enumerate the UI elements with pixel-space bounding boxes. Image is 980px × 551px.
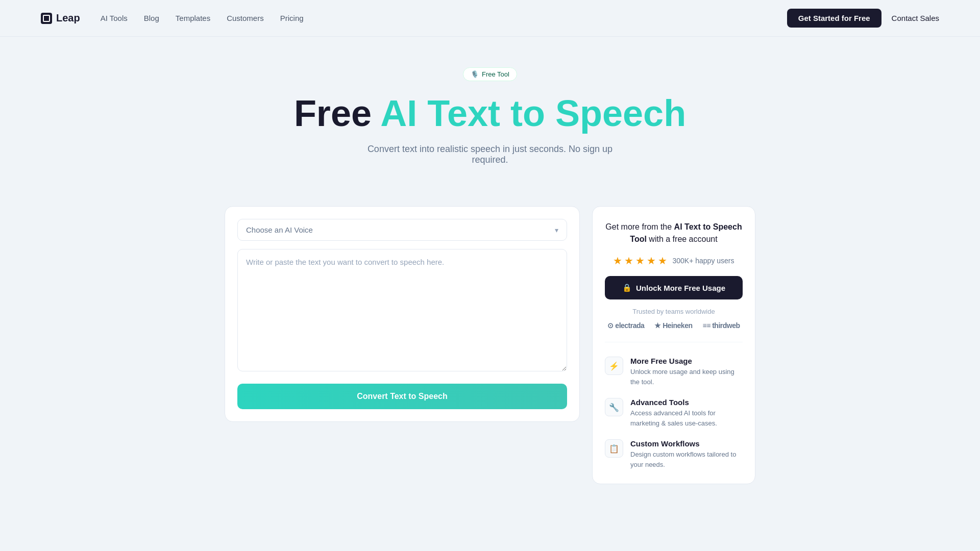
badge-text: Free Tool: [482, 70, 509, 78]
get-started-button[interactable]: Get Started for Free: [787, 9, 881, 28]
feature-desc-2: Design custom workflows tailored to your…: [630, 449, 743, 469]
chevron-down-icon: ▾: [555, 226, 558, 234]
navbar: Leap AI ToolsBlogTemplatesCustomersPrici…: [0, 0, 980, 37]
contact-sales-button[interactable]: Contact Sales: [892, 14, 939, 22]
logo-icon: [41, 13, 52, 24]
feature-item-1: 🔧 Advanced Tools Access advanced AI tool…: [605, 398, 743, 428]
star-rating: ★ ★ ★ ★ ★ 300K+ happy users: [605, 255, 743, 267]
star-4: ★: [647, 255, 656, 267]
hero-title: Free AI Text to Speech: [10, 93, 970, 134]
brand-thirdweb: ≡≡ thirdweb: [702, 321, 740, 330]
feature-item-0: ⚡ More Free Usage Unlock more usage and …: [605, 357, 743, 387]
brand-electrada: ⊙ electrada: [607, 321, 644, 330]
hero-section: 🎙️ Free Tool Free AI Text to Speech Conv…: [0, 37, 980, 186]
feature-item-2: 📋 Custom Workflows Design custom workflo…: [605, 439, 743, 469]
upsell-title: Get more from the AI Text to Speech Tool…: [605, 221, 743, 245]
hero-subtitle: Convert text into realistic speech in ju…: [362, 144, 618, 165]
star-2: ★: [624, 255, 633, 267]
star-1: ★: [613, 255, 622, 267]
navbar-right: Get Started for Free Contact Sales: [787, 9, 939, 28]
feature-icon-2: 📋: [605, 439, 623, 458]
star-3: ★: [635, 255, 645, 267]
feature-icon-1: 🔧: [605, 398, 623, 416]
unlock-button[interactable]: 🔒 Unlock More Free Usage: [605, 276, 743, 299]
nav-item-ai-tools[interactable]: AI Tools: [101, 14, 128, 22]
brand-logos: ⊙ electrada★ Heineken≡≡ thirdweb: [605, 321, 743, 342]
main-content: Choose an AI Voice ▾ Convert Text to Spe…: [214, 206, 766, 484]
text-input[interactable]: [237, 249, 567, 371]
nav-item-templates[interactable]: Templates: [176, 14, 210, 22]
navbar-left: Leap AI ToolsBlogTemplatesCustomersPrici…: [41, 12, 304, 24]
feature-desc-1: Access advanced AI tools for marketing &…: [630, 408, 743, 428]
voice-select-label: Choose an AI Voice: [246, 226, 313, 234]
nav-links: AI ToolsBlogTemplatesCustomersPricing: [101, 14, 304, 22]
logo[interactable]: Leap: [41, 12, 80, 24]
feature-title-1: Advanced Tools: [630, 398, 743, 407]
logo-text: Leap: [56, 12, 80, 24]
tool-panel: Choose an AI Voice ▾ Convert Text to Spe…: [225, 206, 580, 422]
badge-icon: 🎙️: [471, 70, 479, 78]
feature-icon-0: ⚡: [605, 357, 623, 375]
feature-desc-0: Unlock more usage and keep using the too…: [630, 367, 743, 387]
lock-icon: 🔒: [622, 283, 632, 292]
feature-title-0: More Free Usage: [630, 357, 743, 365]
feature-title-2: Custom Workflows: [630, 439, 743, 448]
unlock-label: Unlock More Free Usage: [636, 284, 725, 292]
hero-title-teal: AI Text to Speech: [380, 93, 686, 134]
nav-item-blog[interactable]: Blog: [144, 14, 159, 22]
hero-title-black: Free: [294, 93, 372, 134]
trusted-label: Trusted by teams worldwide: [605, 308, 743, 315]
convert-button[interactable]: Convert Text to Speech: [237, 384, 567, 409]
star-5: ★: [658, 255, 667, 267]
voice-select-dropdown[interactable]: Choose an AI Voice ▾: [237, 219, 567, 241]
nav-item-pricing[interactable]: Pricing: [280, 14, 304, 22]
features-list: ⚡ More Free Usage Unlock more usage and …: [605, 357, 743, 469]
happy-users-count: 300K+ happy users: [672, 257, 734, 265]
badge: 🎙️ Free Tool: [463, 67, 517, 81]
feature-text-0: More Free Usage Unlock more usage and ke…: [630, 357, 743, 387]
feature-text-1: Advanced Tools Access advanced AI tools …: [630, 398, 743, 428]
nav-item-customers[interactable]: Customers: [227, 14, 264, 22]
upsell-panel: Get more from the AI Text to Speech Tool…: [592, 206, 755, 484]
brand-heineken: ★ Heineken: [654, 321, 692, 330]
feature-text-2: Custom Workflows Design custom workflows…: [630, 439, 743, 469]
